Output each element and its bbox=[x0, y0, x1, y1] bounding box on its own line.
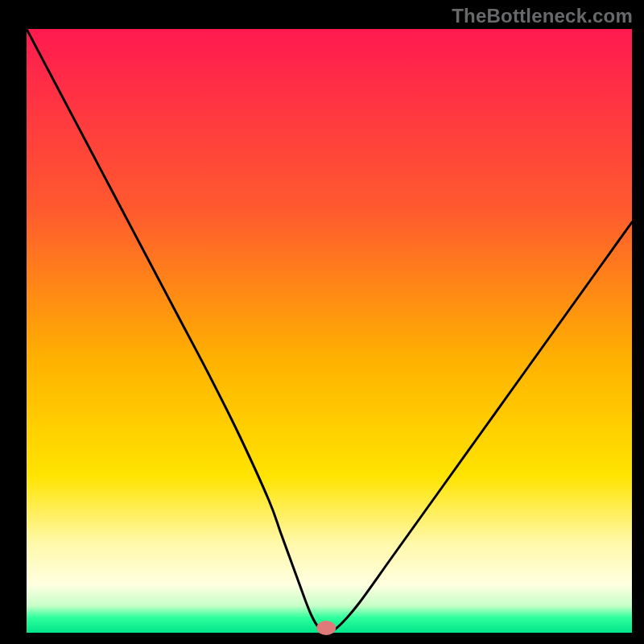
bottleneck-chart bbox=[0, 0, 644, 644]
chart-frame: { "watermark": "TheBottleneck.com", "cha… bbox=[0, 0, 644, 644]
gradient-background bbox=[27, 29, 632, 633]
watermark-text: TheBottleneck.com bbox=[452, 5, 633, 27]
optimal-marker bbox=[316, 621, 336, 635]
